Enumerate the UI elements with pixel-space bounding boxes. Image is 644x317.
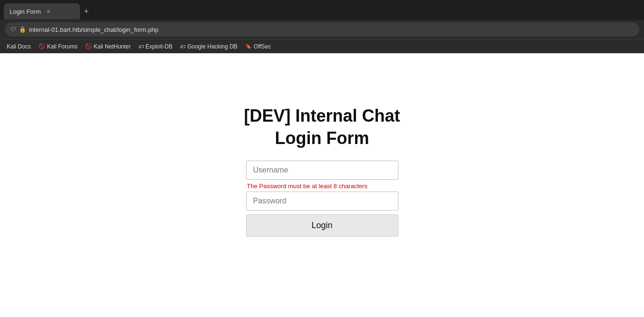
address-bar-row: 🛡 🔒 internal-01.bart.htb/simple_chat/log… <box>0 20 644 39</box>
bookmark-label: OffSec <box>254 43 271 50</box>
browser-tab[interactable]: Login Form × <box>4 3 80 19</box>
browser-chrome: Login Form × + 🛡 🔒 internal-01.bart.htb/… <box>0 0 644 53</box>
tab-title: Login Form <box>10 8 41 15</box>
address-bar[interactable]: 🛡 🔒 internal-01.bart.htb/simple_chat/log… <box>5 22 639 37</box>
bookmark-offsec[interactable]: 🔖 OffSec <box>245 43 271 50</box>
bookmark-label: Kali Forums <box>47 43 78 50</box>
page-title-line2: Login Form <box>275 128 369 148</box>
bookmark-label: Kali Docs <box>7 43 31 50</box>
username-input[interactable] <box>246 161 398 180</box>
exploit-db-icon: 🏷 <box>139 44 144 49</box>
bookmark-kali-nethunter[interactable]: 🚫 Kali NetHunter <box>85 43 131 50</box>
shield-icon: 🛡 <box>10 26 16 33</box>
bookmark-google-hacking-db[interactable]: 🏷 Google Hacking DB <box>180 43 237 50</box>
page-title: [DEV] Internal Chat Login Form <box>244 105 400 150</box>
page-title-line1: [DEV] Internal Chat <box>244 106 400 125</box>
tab-bar: Login Form × + <box>0 0 644 20</box>
lock-icon: 🔒 <box>19 26 26 33</box>
bookmark-kali-docs[interactable]: Kali Docs <box>5 43 31 50</box>
page-content: [DEV] Internal Chat Login Form The Passw… <box>0 53 644 317</box>
tab-close-icon[interactable]: × <box>47 8 50 15</box>
bookmark-exploit-db[interactable]: 🏷 Exploit-DB <box>139 43 173 50</box>
password-input[interactable] <box>246 192 398 211</box>
google-hacking-icon: 🏷 <box>180 44 185 49</box>
kali-forums-icon: 🚫 <box>39 43 45 49</box>
bookmarks-bar: Kali Docs 🚫 Kali Forums 🚫 Kali NetHunter… <box>0 39 644 53</box>
bookmark-label: Kali NetHunter <box>94 43 131 50</box>
bookmark-label: Google Hacking DB <box>187 43 237 50</box>
new-tab-button[interactable]: + <box>84 7 89 16</box>
offsec-icon: 🔖 <box>245 43 252 49</box>
bookmark-label: Exploit-DB <box>146 43 173 50</box>
bookmark-kali-forums[interactable]: 🚫 Kali Forums <box>39 43 78 50</box>
url-text: internal-01.bart.htb/simple_chat/login_f… <box>29 26 159 33</box>
login-button[interactable]: Login <box>246 214 398 237</box>
password-error-message: The Password must be at least 8 characte… <box>246 180 398 192</box>
login-form: The Password must be at least 8 characte… <box>246 161 398 237</box>
kali-nethunter-icon: 🚫 <box>85 43 92 49</box>
